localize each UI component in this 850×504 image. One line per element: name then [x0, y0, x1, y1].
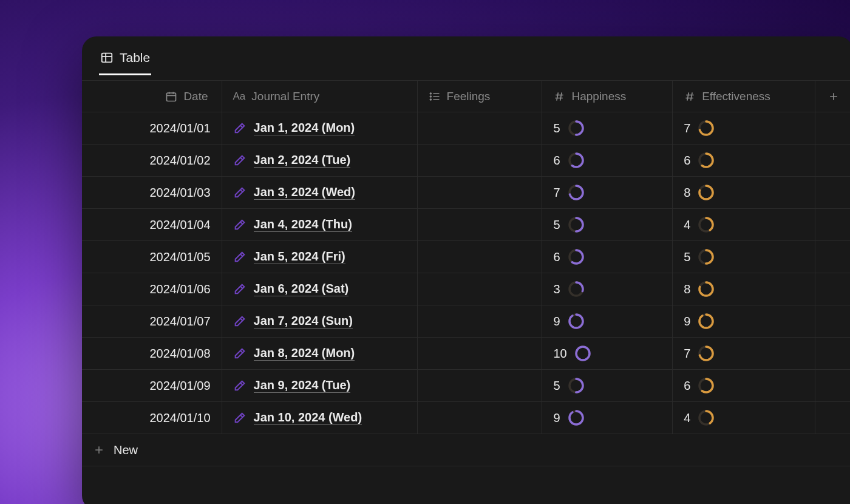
happiness-cell[interactable]: 5: [542, 209, 673, 241]
happiness-value: 7: [553, 186, 560, 200]
happiness-cell[interactable]: 7: [542, 177, 673, 209]
effectiveness-cell[interactable]: 4: [673, 402, 815, 434]
feelings-cell[interactable]: [417, 112, 542, 145]
entry-cell[interactable]: Jan 4, 2024 (Thu): [222, 209, 417, 241]
feelings-cell[interactable]: [417, 209, 542, 241]
header-row: Date Aa Journal Entry Feelin: [82, 81, 850, 112]
table-row[interactable]: 2024/01/06 Jan 6, 2024 (Sat) 3 8: [82, 273, 850, 305]
table-row[interactable]: 2024/01/03 Jan 3, 2024 (Wed) 7 8: [82, 177, 850, 209]
multiselect-icon: [429, 90, 441, 103]
edit-page-icon: [233, 250, 246, 264]
number-icon: [684, 90, 696, 103]
effectiveness-cell[interactable]: 7: [673, 338, 815, 370]
entry-cell[interactable]: Jan 9, 2024 (Tue): [222, 370, 417, 402]
journal-entry-link[interactable]: Jan 8, 2024 (Mon): [254, 346, 355, 361]
happiness-cell[interactable]: 5: [542, 112, 673, 145]
tab-table-view[interactable]: Table: [99, 50, 151, 75]
journal-entry-link[interactable]: Jan 9, 2024 (Tue): [254, 378, 351, 393]
feelings-cell[interactable]: [417, 145, 542, 177]
table-row[interactable]: 2024/01/09 Jan 9, 2024 (Tue) 5 6: [82, 370, 850, 402]
journal-entry-link[interactable]: Jan 3, 2024 (Wed): [254, 185, 355, 200]
date-cell[interactable]: 2024/01/07: [82, 305, 222, 338]
table-row[interactable]: 2024/01/07 Jan 7, 2024 (Sun) 9 9: [82, 305, 850, 338]
entry-cell[interactable]: Jan 3, 2024 (Wed): [222, 177, 417, 209]
feelings-cell[interactable]: [417, 338, 542, 370]
svg-line-16: [560, 92, 562, 100]
entry-cell[interactable]: Jan 6, 2024 (Sat): [222, 273, 417, 305]
view-tabs-bar: Table: [82, 36, 850, 80]
table-row[interactable]: 2024/01/01 Jan 1, 2024 (Mon) 5 7: [82, 112, 850, 145]
new-row-button[interactable]: New: [82, 434, 850, 466]
header-journal-entry[interactable]: Aa Journal Entry: [222, 81, 417, 112]
happiness-cell[interactable]: 9: [542, 305, 673, 338]
feelings-cell[interactable]: [417, 241, 542, 273]
journal-entry-link[interactable]: Jan 4, 2024 (Thu): [254, 217, 352, 232]
happiness-cell[interactable]: 10: [542, 338, 673, 370]
table-row[interactable]: 2024/01/10 Jan 10, 2024 (Wed) 9 4: [82, 402, 850, 434]
feelings-cell[interactable]: [417, 305, 542, 338]
date-cell[interactable]: 2024/01/08: [82, 338, 222, 370]
date-cell[interactable]: 2024/01/03: [82, 177, 222, 209]
effectiveness-cell[interactable]: 4: [673, 209, 815, 241]
entry-cell[interactable]: Jan 1, 2024 (Mon): [222, 112, 417, 145]
table-row[interactable]: 2024/01/04 Jan 4, 2024 (Thu) 5 4: [82, 209, 850, 241]
progress-ring-icon: [698, 409, 715, 426]
row-trailing-cell: [815, 177, 850, 209]
journal-entry-link[interactable]: Jan 6, 2024 (Sat): [254, 282, 349, 296]
happiness-value: 3: [553, 282, 560, 296]
feelings-cell[interactable]: [417, 177, 542, 209]
header-happiness[interactable]: Happiness: [542, 81, 673, 112]
header-add-column[interactable]: [815, 81, 850, 112]
happiness-value: 5: [553, 121, 560, 135]
date-cell[interactable]: 2024/01/04: [82, 209, 222, 241]
entry-cell[interactable]: Jan 7, 2024 (Sun): [222, 305, 417, 338]
date-cell[interactable]: 2024/01/06: [82, 273, 222, 305]
happiness-value: 10: [553, 347, 566, 361]
journal-entry-link[interactable]: Jan 7, 2024 (Sun): [254, 314, 353, 329]
number-icon: [553, 90, 565, 103]
happiness-cell[interactable]: 3: [542, 273, 673, 305]
header-date[interactable]: Date: [82, 81, 222, 112]
journal-entry-link[interactable]: Jan 5, 2024 (Fri): [254, 250, 345, 264]
table-row[interactable]: 2024/01/02 Jan 2, 2024 (Tue) 6 6: [82, 145, 850, 177]
happiness-cell[interactable]: 6: [542, 241, 673, 273]
entry-cell[interactable]: Jan 5, 2024 (Fri): [222, 241, 417, 273]
entry-cell[interactable]: Jan 8, 2024 (Mon): [222, 338, 417, 370]
journal-entry-link[interactable]: Jan 1, 2024 (Mon): [254, 121, 355, 135]
plus-icon: [828, 90, 840, 103]
effectiveness-cell[interactable]: 8: [673, 177, 815, 209]
happiness-value: 6: [553, 250, 560, 264]
effectiveness-value: 5: [684, 250, 690, 264]
entry-cell[interactable]: Jan 10, 2024 (Wed): [222, 402, 417, 434]
effectiveness-cell[interactable]: 9: [673, 305, 815, 338]
effectiveness-cell[interactable]: 8: [673, 273, 815, 305]
row-trailing-cell: [815, 305, 850, 338]
feelings-cell[interactable]: [417, 402, 542, 434]
plus-icon: [93, 444, 105, 456]
date-cell[interactable]: 2024/01/09: [82, 370, 222, 402]
date-cell[interactable]: 2024/01/10: [82, 402, 222, 434]
table-row[interactable]: 2024/01/05 Jan 5, 2024 (Fri) 6 5: [82, 241, 850, 273]
happiness-cell[interactable]: 9: [542, 402, 673, 434]
journal-entry-link[interactable]: Jan 2, 2024 (Tue): [254, 153, 351, 168]
effectiveness-cell[interactable]: 7: [673, 112, 815, 145]
effectiveness-cell[interactable]: 6: [673, 370, 815, 402]
progress-ring-icon: [698, 281, 715, 298]
table-icon: [100, 51, 114, 64]
feelings-cell[interactable]: [417, 273, 542, 305]
happiness-cell[interactable]: 5: [542, 370, 673, 402]
header-effectiveness[interactable]: Effectiveness: [673, 81, 815, 112]
feelings-cell[interactable]: [417, 370, 542, 402]
entry-cell[interactable]: Jan 2, 2024 (Tue): [222, 145, 417, 177]
date-cell[interactable]: 2024/01/05: [82, 241, 222, 273]
effectiveness-cell[interactable]: 5: [673, 241, 815, 273]
happiness-cell[interactable]: 6: [542, 145, 673, 177]
table-row[interactable]: 2024/01/08 Jan 8, 2024 (Mon) 10 7: [82, 338, 850, 370]
effectiveness-cell[interactable]: 6: [673, 145, 815, 177]
date-cell[interactable]: 2024/01/02: [82, 145, 222, 177]
svg-line-19: [687, 92, 689, 100]
date-cell[interactable]: 2024/01/01: [82, 112, 222, 145]
journal-entry-link[interactable]: Jan 10, 2024 (Wed): [254, 410, 362, 425]
date-value: 2024/01/04: [149, 218, 210, 231]
header-feelings[interactable]: Feelings: [417, 81, 542, 112]
